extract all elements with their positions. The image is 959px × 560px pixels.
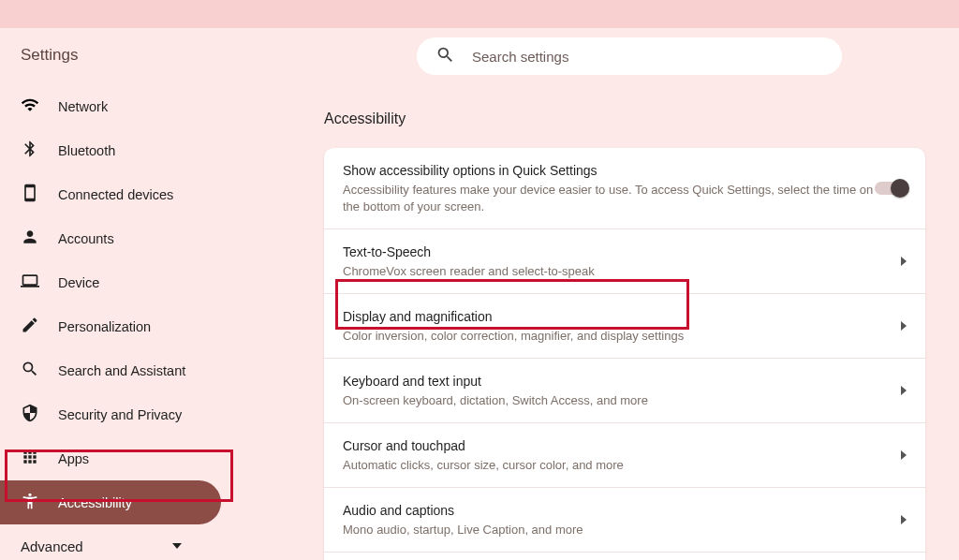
sidebar-item-accessibility[interactable]: Accessibility: [0, 480, 221, 524]
chevron-down-icon: [172, 543, 182, 549]
chevron-right-icon: [901, 321, 907, 331]
edit-icon: [21, 316, 39, 337]
row-title: Audio and captions: [343, 501, 901, 520]
row-quick-settings[interactable]: Show accessibility options in Quick Sett…: [324, 148, 925, 229]
person-icon: [21, 228, 39, 249]
sidebar-item-label: Apps: [58, 451, 89, 466]
row-audio-captions[interactable]: Audio and captions Mono audio, startup, …: [324, 488, 925, 553]
accessibility-icon: [21, 492, 39, 513]
sidebar-item-label: Personalization: [58, 319, 151, 334]
row-title: Keyboard and text input: [343, 372, 901, 391]
content-pane: Accessibility Show accessibility options…: [243, 82, 959, 560]
sidebar-item-label: Device: [58, 275, 99, 290]
row-desc: Automatic clicks, cursor size, cursor co…: [343, 457, 901, 474]
sidebar-item-network[interactable]: Network: [0, 84, 221, 128]
header: Settings: [0, 28, 959, 82]
laptop-icon: [21, 272, 39, 293]
sidebar-item-connected-devices[interactable]: Connected devices: [0, 172, 221, 216]
row-title: Display and magnification: [343, 307, 901, 326]
row-text: Display and magnification Color inversio…: [343, 307, 901, 345]
advanced-toggle[interactable]: Advanced: [0, 526, 206, 560]
page-title: Settings: [21, 46, 78, 65]
search-input[interactable]: [472, 49, 823, 65]
chevron-right-icon: [901, 386, 907, 395]
row-text: Keyboard and text input On-screen keyboa…: [343, 372, 901, 409]
row-text: Text-to-Speech ChromeVox screen reader a…: [343, 243, 901, 280]
sidebar-item-device[interactable]: Device: [0, 260, 221, 304]
sidebar-item-accounts[interactable]: Accounts: [0, 216, 221, 260]
chevron-right-icon: [901, 515, 907, 524]
apps-icon: [21, 448, 39, 469]
toggle-switch[interactable]: [875, 182, 907, 195]
sidebar-item-label: Search and Assistant: [58, 363, 185, 378]
row-title: Cursor and touchpad: [343, 436, 901, 455]
row-title: Text-to-Speech: [343, 243, 901, 261]
sidebar-item-label: Bluetooth: [58, 143, 115, 158]
chevron-right-icon: [901, 450, 907, 460]
sidebar-item-label: Connected devices: [58, 187, 173, 202]
sidebar-item-label: Network: [58, 99, 108, 114]
row-cursor-touchpad[interactable]: Cursor and touchpad Automatic clicks, cu…: [324, 423, 925, 488]
devices-icon: [21, 184, 39, 205]
section-title: Accessibility: [324, 111, 937, 127]
row-desc: Color inversion, color correction, magni…: [343, 328, 901, 345]
window-accent-bar: [0, 0, 959, 28]
sidebar-item-search-and-assistant[interactable]: Search and Assistant: [0, 348, 221, 392]
row-text-to-speech[interactable]: Text-to-Speech ChromeVox screen reader a…: [324, 229, 925, 294]
row-display-and-magnification[interactable]: Display and magnification Color inversio…: [324, 294, 925, 359]
shield-icon: [21, 404, 39, 425]
sidebar-item-bluetooth[interactable]: Bluetooth: [0, 128, 221, 172]
sidebar: Network Bluetooth Connected devices Acco…: [0, 82, 243, 560]
row-text: Cursor and touchpad Automatic clicks, cu…: [343, 436, 901, 474]
bluetooth-icon: [21, 140, 39, 161]
row-title: Show accessibility options in Quick Sett…: [343, 161, 875, 180]
row-desc: ChromeVox screen reader and select-to-sp…: [343, 263, 901, 280]
settings-card: Show accessibility options in Quick Sett…: [324, 148, 925, 560]
sidebar-item-apps[interactable]: Apps: [0, 436, 221, 480]
row-desc: Accessibility features make your device …: [343, 182, 875, 215]
row-desc: On-screen keyboard, dictation, Switch Ac…: [343, 392, 901, 409]
search-bar[interactable]: [417, 37, 842, 75]
row-keyboard-text-input[interactable]: Keyboard and text input On-screen keyboa…: [324, 359, 925, 423]
row-text: Show accessibility options in Quick Sett…: [343, 161, 875, 215]
advanced-label: Advanced: [21, 538, 83, 554]
row-desc: Mono audio, startup, Live Caption, and m…: [343, 522, 901, 538]
row-text: Audio and captions Mono audio, startup, …: [343, 501, 901, 538]
sidebar-item-label: Accessibility: [58, 495, 132, 510]
wifi-icon: [21, 96, 39, 117]
row-chrome-web-store[interactable]: Find more accessibility tools in the Chr…: [324, 553, 925, 560]
chevron-right-icon: [901, 257, 907, 266]
search-icon: [435, 45, 455, 68]
search-icon: [21, 360, 39, 381]
sidebar-item-personalization[interactable]: Personalization: [0, 304, 221, 348]
sidebar-item-security-and-privacy[interactable]: Security and Privacy: [0, 392, 221, 436]
sidebar-item-label: Accounts: [58, 231, 114, 246]
sidebar-item-label: Security and Privacy: [58, 407, 182, 422]
